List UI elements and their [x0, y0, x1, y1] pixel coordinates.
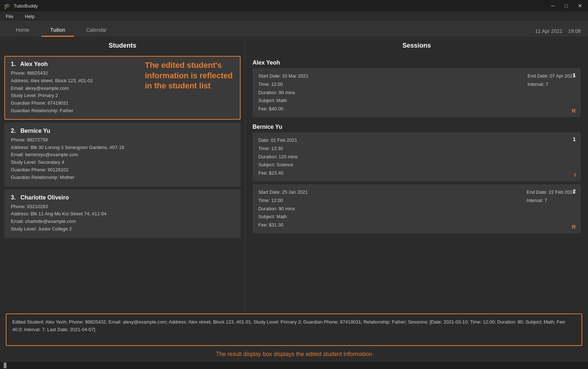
students-header: Students: [0, 37, 245, 53]
session-group-name-2: Bernice Yu: [253, 120, 581, 132]
tab-calendar[interactable]: Calendar: [78, 24, 115, 37]
student-card-3[interactable]: 3. Charlotte Oliveiro Phone: 93210283 Ad…: [4, 189, 241, 238]
app-title: TutorBuddy: [14, 3, 38, 9]
student-card-1[interactable]: 1. Alex Yeoh Phone: 98825432 Address: Al…: [4, 56, 241, 120]
sessions-panel: Sessions Alex Yeoh Start Date: 10 Mar 20…: [245, 37, 588, 310]
bottom-label: The result display box displays the edit…: [0, 349, 588, 361]
sessions-header: Sessions: [245, 37, 588, 53]
students-list: 1. Alex Yeoh Phone: 98825432 Address: Al…: [0, 53, 245, 310]
session-card-2-1[interactable]: Date: 01 Feb 2021 Time: 13:30 Duration: …: [253, 132, 581, 181]
session-group-name-1: Alex Yeoh: [253, 56, 581, 68]
session-type-2-1: I: [574, 172, 576, 178]
tab-home[interactable]: Home: [7, 24, 38, 37]
main-content: Students 1. Alex Yeoh Phone: 98825432 Ad…: [0, 37, 588, 361]
menu-bar: File Help: [0, 12, 588, 22]
student-detail-3: Phone: 93210283 Address: Blk 11 Ang Mo K…: [11, 203, 234, 233]
menu-help[interactable]: Help: [23, 13, 37, 20]
student-name-1: 1. Alex Yeoh: [11, 61, 234, 67]
result-box-wrapper: Edited Student: Alex Yeoh; Phone: 988254…: [0, 310, 588, 349]
student-name-2: 2. Bernice Yu: [11, 128, 234, 134]
tab-bar: Home Tuition Calendar 11 Apr 2021 19:08: [0, 22, 588, 37]
status-bar: [0, 361, 588, 369]
session-col-left-2-1: Date: 01 Feb 2021 Time: 13:30 Duration: …: [258, 137, 298, 177]
session-col-left-2-2: Start Date: 25 Jan 2021 Time: 12:00 Dura…: [258, 189, 308, 229]
session-type-1: R: [572, 107, 576, 114]
session-number-2-2: 2: [573, 188, 576, 194]
maximize-button[interactable]: □: [563, 2, 570, 9]
student-detail-1: Phone: 98825432 Address: Alex street, Bl…: [11, 70, 234, 115]
students-panel: Students 1. Alex Yeoh Phone: 98825432 Ad…: [0, 37, 245, 310]
session-col-right-1: End Date: 07 Apr 2021 Interval: 7: [527, 73, 575, 113]
tab-time: 19:08: [568, 28, 581, 34]
menu-file[interactable]: File: [4, 13, 16, 20]
result-box[interactable]: Edited Student: Alex Yeoh; Phone: 988254…: [6, 313, 582, 346]
app-icon: 🎓: [4, 3, 11, 9]
session-number-2-1: 1: [573, 136, 576, 142]
close-button[interactable]: ✕: [576, 2, 584, 9]
session-card-2-2[interactable]: Start Date: 25 Jan 2021 Time: 12:00 Dura…: [253, 184, 581, 233]
minimize-button[interactable]: ─: [549, 2, 557, 9]
student-card-2[interactable]: 2. Bernice Yu Phone: 99272758 Address: B…: [4, 123, 241, 186]
tab-tuition[interactable]: Tuition: [41, 24, 74, 37]
student-detail-2: Phone: 99272758 Address: Blk 30 Lorong 3…: [11, 136, 234, 181]
tab-date: 11 Apr 2021: [535, 28, 562, 34]
sessions-list: Alex Yeoh Start Date: 10 Mar 2021 Time: …: [245, 53, 588, 310]
session-col-right-2-2: End Date: 22 Feb 2021 Interval: 7: [527, 189, 575, 229]
session-number-1: 1: [573, 72, 576, 78]
session-card-1-1[interactable]: Start Date: 10 Mar 2021 Time: 12:00 Dura…: [253, 68, 581, 117]
session-col-left-1: Start Date: 10 Mar 2021 Time: 12:00 Dura…: [258, 73, 308, 113]
student-name-3: 3. Charlotte Oliveiro: [11, 194, 234, 201]
session-type-2-2: R: [572, 224, 576, 230]
title-bar: 🎓 TutorBuddy ─ □ ✕: [0, 0, 588, 12]
status-indicator: [4, 363, 6, 368]
